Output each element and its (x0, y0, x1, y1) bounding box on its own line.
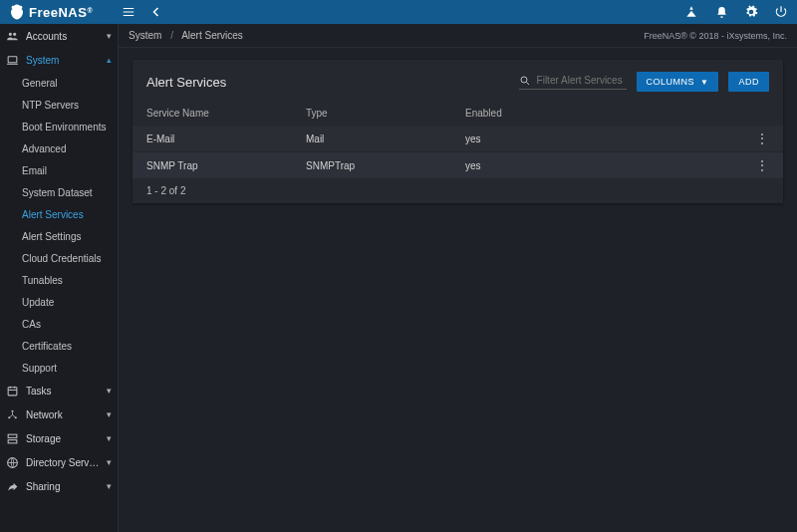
sidebar: Accounts ▾ System ▴GeneralNTP ServersBoo… (0, 24, 119, 532)
nav-system[interactable]: System ▴ (0, 48, 118, 72)
brand-name: FreeNAS® (29, 5, 93, 20)
row-actions-button[interactable]: ⋮ (739, 132, 769, 145)
topbar: FreeNAS® (0, 0, 797, 24)
breadcrumb-root[interactable]: System (129, 30, 161, 41)
subnav-alert-settings[interactable]: Alert Settings (0, 225, 118, 247)
cell-enabled: yes (465, 160, 739, 171)
chevron-down-icon: ▾ (107, 457, 112, 467)
power-icon[interactable] (773, 4, 789, 20)
panel-header: Alert Services COLUMNS▼ ADD (133, 60, 783, 102)
subnav-label: Cloud Credentials (22, 253, 112, 264)
col-enabled[interactable]: Enabled (465, 108, 739, 119)
search-input[interactable] (537, 75, 627, 86)
subnav-label: Alert Services (22, 209, 112, 220)
subnav-label: Alert Settings (22, 231, 112, 242)
subnav-label: Advanced (22, 143, 112, 154)
subnav-general[interactable]: General (0, 72, 118, 94)
nav-accounts[interactable]: Accounts ▾ (0, 24, 118, 48)
breadcrumb-bar: System / Alert Services FreeNAS® © 2018 … (119, 24, 797, 48)
chevron-down-icon: ▾ (107, 386, 112, 396)
laptop-icon (6, 54, 20, 67)
row-actions-button[interactable]: ⋮ (739, 158, 769, 172)
chevron-down-icon: ▾ (107, 433, 112, 443)
content-area: System / Alert Services FreeNAS® © 2018 … (119, 24, 797, 532)
subnav-update[interactable]: Update (0, 291, 118, 313)
svg-point-8 (521, 77, 527, 83)
svg-rect-5 (8, 434, 17, 437)
nav-label: Tasks (26, 386, 101, 397)
users-icon (6, 30, 20, 43)
columns-button[interactable]: COLUMNS▼ (637, 72, 719, 92)
subnav-label: Update (22, 297, 112, 308)
breadcrumb-separator: / (170, 30, 173, 41)
svg-point-2 (11, 409, 13, 411)
subnav-support[interactable]: Support (0, 357, 118, 379)
breadcrumb-current: Alert Services (181, 30, 243, 41)
nav-tasks[interactable]: Tasks ▾ (0, 379, 118, 402)
add-button[interactable]: ADD (728, 72, 769, 92)
subnav-cas[interactable]: CAs (0, 313, 118, 335)
subnav-boot-environments[interactable]: Boot Environments (0, 116, 118, 137)
subnav-cloud-credentials[interactable]: Cloud Credentials (0, 247, 118, 269)
nav-directory-services[interactable]: Directory Services ▾ (0, 450, 118, 474)
cell-service-name: E-Mail (146, 133, 306, 144)
subnav-label: CAs (22, 319, 112, 330)
svg-rect-1 (8, 387, 17, 395)
col-type[interactable]: Type (306, 108, 465, 119)
globe-icon (6, 456, 20, 469)
notifications-icon[interactable] (713, 4, 729, 20)
table-row[interactable]: E-Mail Mail yes ⋮ (133, 125, 783, 151)
subnav-label: Tunables (22, 275, 112, 286)
subnav-ntp-servers[interactable]: NTP Servers (0, 94, 118, 116)
cell-service-name: SNMP Trap (146, 160, 306, 171)
chevron-down-icon: ▾ (107, 31, 112, 41)
copyright-text: FreeNAS® © 2018 - iXsystems, Inc. (644, 31, 787, 41)
table-row[interactable]: SNMP Trap SNMPTrap yes ⋮ (133, 151, 783, 178)
panel-title: Alert Services (146, 75, 226, 90)
breadcrumb: System / Alert Services (129, 30, 243, 41)
chevron-down-icon: ▼ (700, 78, 708, 87)
nav-label: Network (26, 409, 101, 420)
subnav-email[interactable]: Email (0, 159, 118, 181)
cell-type: Mail (306, 133, 465, 144)
subnav-label: NTP Servers (22, 100, 112, 111)
menu-toggle-icon[interactable] (121, 4, 136, 20)
calendar-icon (6, 385, 20, 398)
subnav-label: Email (22, 165, 112, 176)
subnav-label: System Dataset (22, 187, 112, 198)
cell-type: SNMPTrap (306, 160, 465, 171)
nav-label: Directory Services (26, 457, 101, 468)
theme-icon[interactable] (683, 4, 699, 20)
subnav-tunables[interactable]: Tunables (0, 269, 118, 291)
subnav-alert-services[interactable]: Alert Services (0, 203, 118, 225)
nav-label: Storage (26, 433, 101, 444)
subnav-system-dataset[interactable]: System Dataset (0, 181, 118, 203)
nav-sharing[interactable]: Sharing ▾ (0, 474, 118, 498)
subnav-certificates[interactable]: Certificates (0, 335, 118, 357)
svg-rect-6 (8, 439, 17, 442)
alert-services-panel: Alert Services COLUMNS▼ ADD Service Name (133, 60, 783, 203)
nav-network[interactable]: Network ▾ (0, 402, 118, 426)
chevron-down-icon: ▾ (107, 409, 112, 419)
network-icon (6, 408, 20, 421)
search-field[interactable] (519, 75, 627, 90)
cell-enabled: yes (465, 133, 739, 144)
storage-icon (6, 432, 20, 445)
nav-storage[interactable]: Storage ▾ (0, 426, 118, 450)
subnav-label: General (22, 78, 112, 89)
chevron-up-icon: ▴ (107, 55, 112, 65)
svg-rect-0 (8, 56, 17, 62)
search-icon (519, 75, 531, 87)
subnav-label: Certificates (22, 341, 112, 352)
col-service-name[interactable]: Service Name (146, 108, 306, 119)
back-icon[interactable] (148, 4, 164, 20)
settings-icon[interactable] (743, 4, 759, 20)
nav-label: Accounts (26, 31, 101, 42)
table-footer: 1 - 2 of 2 (133, 178, 783, 203)
subnav-label: Support (22, 363, 112, 374)
subnav-label: Boot Environments (22, 122, 112, 133)
chevron-down-icon: ▾ (107, 481, 112, 491)
subnav-advanced[interactable]: Advanced (0, 137, 118, 159)
freenas-logo-icon (8, 3, 26, 21)
nav-label: System (26, 55, 101, 66)
